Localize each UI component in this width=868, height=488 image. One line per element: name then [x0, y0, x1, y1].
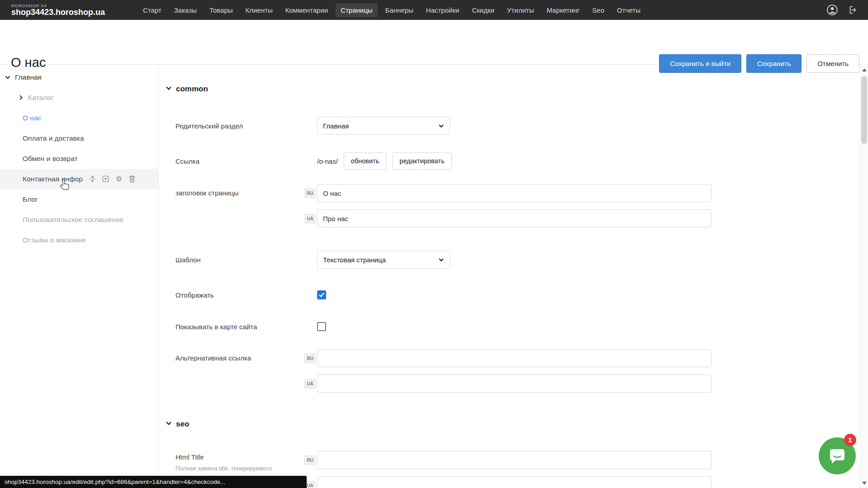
- template-select[interactable]: Текстовая страница: [317, 251, 450, 269]
- tree-item-blog[interactable]: Блог: [0, 189, 158, 209]
- chevron-down-icon: [438, 257, 444, 263]
- status-url-bar: shop34423.horoshop.ua/edit/edit.php?id=6…: [0, 476, 307, 488]
- account-icon[interactable]: [826, 4, 838, 16]
- tree-item-oplata[interactable]: Оплата и доставка: [0, 128, 158, 148]
- tree-item-label: Оплата и доставка: [23, 134, 84, 142]
- parent-section-label: Родительский раздел: [175, 122, 243, 130]
- chat-unread-badge: 1: [844, 434, 856, 446]
- menu-pages[interactable]: Страницы: [336, 3, 377, 17]
- menu-settings[interactable]: Настройки: [421, 3, 465, 17]
- lang-tag-ru: RU: [304, 189, 316, 198]
- link-update-button[interactable]: обновить: [344, 152, 386, 170]
- save-and-exit-button[interactable]: Сохранить и выйти: [659, 54, 741, 73]
- lang-tag-ru: RU: [304, 354, 316, 363]
- menu-comments[interactable]: Комментарии: [280, 3, 333, 17]
- pages-tree-sidebar: Главная Каталог О нас Оплата и доставка …: [0, 65, 159, 488]
- tree-item-label: Блог: [23, 195, 38, 204]
- scroll-down-arrow-icon[interactable]: [862, 482, 867, 485]
- chevron-down-icon: [166, 420, 172, 429]
- menu-orders[interactable]: Заказы: [169, 3, 202, 17]
- save-button[interactable]: Сохранить: [746, 54, 802, 73]
- header-actions: Сохранить и выйти Сохранить Отменить: [659, 54, 859, 73]
- tree-item-label: О нас: [23, 114, 41, 122]
- menu-reports[interactable]: Отчеты: [612, 3, 645, 17]
- page-header: О нас Сохранить и выйти Сохранить Отмени…: [0, 20, 868, 65]
- logout-icon[interactable]: [847, 4, 859, 16]
- add-page-icon[interactable]: [102, 175, 110, 183]
- template-label: Шаблон: [175, 256, 201, 264]
- sitemap-label: Показывать в карте сайта: [175, 323, 257, 331]
- top-navbar: HOROSHOP V4 shop34423.horoshop.ua Старт …: [0, 0, 868, 20]
- topbar-right: [826, 4, 859, 16]
- app-window: HOROSHOP V4 shop34423.horoshop.ua Старт …: [0, 0, 868, 488]
- settings-icon[interactable]: ⚙: [115, 175, 123, 183]
- html-title-hint: Полная замена title, генерируемого: [175, 465, 272, 472]
- tree-item-kontaktnaya[interactable]: Контактная инфор ⚙: [0, 169, 158, 189]
- vertical-scrollbar[interactable]: [860, 65, 868, 488]
- tree-item-label: Отзывы о магазине: [23, 236, 86, 244]
- page-title-ua-input[interactable]: [317, 209, 711, 227]
- tree-item-label: Обмен и возврат: [23, 155, 78, 163]
- display-label: Отображать: [175, 291, 214, 299]
- template-value: Текстовая страница: [323, 256, 386, 264]
- move-icon[interactable]: [89, 175, 97, 183]
- menu-discounts[interactable]: Скидки: [467, 3, 499, 17]
- alt-link-ru-input[interactable]: [317, 349, 711, 367]
- tree-item-actions: ⚙: [89, 175, 136, 183]
- menu-seo[interactable]: Seo: [587, 3, 609, 17]
- lang-tag-ua: UA: [304, 379, 316, 389]
- section-title: seo: [176, 420, 189, 429]
- tree-item-soglashenie[interactable]: Пользовательское соглашение: [0, 209, 158, 230]
- logo[interactable]: HOROSHOP V4 shop34423.horoshop.ua: [11, 4, 119, 17]
- html-title-label: Html Title: [175, 453, 204, 461]
- link-edit-button[interactable]: редактировать: [392, 152, 451, 170]
- alt-link-label: Альтернативная ссылка: [175, 354, 251, 362]
- menu-marketing[interactable]: Маркетинг: [541, 3, 584, 17]
- link-row: /o-nas/ обновить редактировать: [317, 152, 452, 170]
- section-title: common: [176, 85, 208, 94]
- lang-tag-ru: RU: [304, 455, 316, 465]
- display-checkbox[interactable]: [317, 290, 326, 299]
- parent-section-value: Главная: [323, 122, 349, 130]
- tree-item-otzyvy[interactable]: Отзывы о магазине: [0, 230, 158, 250]
- section-seo[interactable]: seo: [166, 420, 189, 429]
- chat-widget-button[interactable]: 1: [819, 437, 856, 474]
- parent-section-select[interactable]: Главная: [317, 117, 450, 135]
- tree-item-label: Главная: [15, 73, 42, 81]
- menu-start[interactable]: Старт: [138, 3, 166, 17]
- alt-link-ua-input[interactable]: [317, 374, 711, 393]
- page-title-label: заголовок страницы: [175, 189, 239, 197]
- tree-item-katalog[interactable]: Каталог: [0, 87, 158, 108]
- chevron-down-icon: [438, 123, 444, 129]
- menu-utilities[interactable]: Утилиты: [502, 3, 539, 17]
- html-title-ua-input[interactable]: [317, 476, 711, 488]
- main-menu: Старт Заказы Товары Клиенты Комментарии …: [138, 3, 645, 17]
- page-title-ru-input[interactable]: [317, 184, 711, 202]
- tree-item-label: Каталог: [28, 94, 53, 102]
- lang-tag-ua: UA: [304, 214, 316, 223]
- chevron-down-icon: [166, 85, 172, 94]
- page-title: О нас: [11, 55, 46, 70]
- tree-item-o-nas[interactable]: О нас: [0, 108, 158, 128]
- chevron-right-icon[interactable]: [18, 95, 24, 100]
- section-common[interactable]: common: [166, 85, 208, 94]
- tree-item-label: Контактная инфор: [23, 175, 83, 183]
- menu-products[interactable]: Товары: [204, 3, 238, 17]
- chat-bubble-icon: [827, 445, 848, 466]
- link-label: Ссылка: [175, 157, 199, 165]
- logo-domain: shop34423.horoshop.ua: [11, 8, 119, 17]
- menu-clients[interactable]: Клиенты: [241, 3, 278, 17]
- page-edit-form: common Родительский раздел Главная Ссылк…: [159, 65, 860, 488]
- tree-item-label: Пользовательское соглашение: [23, 216, 123, 224]
- delete-icon[interactable]: [128, 175, 136, 183]
- scroll-up-arrow-icon[interactable]: [862, 68, 867, 71]
- cancel-button[interactable]: Отменить: [806, 54, 859, 73]
- sitemap-checkbox[interactable]: [317, 322, 326, 331]
- tree-item-obmen[interactable]: Обмен и возврат: [0, 148, 158, 169]
- link-path: /o-nas/: [317, 157, 338, 165]
- scrollbar-thumb[interactable]: [861, 76, 867, 144]
- html-title-ru-input[interactable]: [317, 451, 711, 469]
- menu-banners[interactable]: Баннеры: [380, 3, 418, 17]
- chevron-down-icon[interactable]: [5, 74, 11, 81]
